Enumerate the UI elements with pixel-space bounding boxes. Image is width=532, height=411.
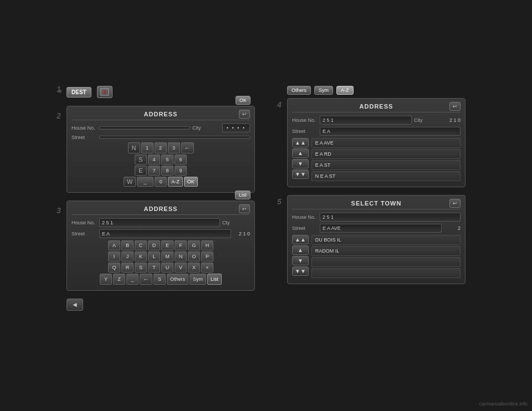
list-item[interactable]: N E A ST [311, 171, 461, 181]
key-9[interactable]: 9 [175, 166, 187, 176]
step4-house-row: House No. 2 5 1 City 2 1 0 [292, 116, 461, 125]
key-sp2[interactable]: _ [126, 274, 139, 285]
step5-scroll-up[interactable]: ▲ [292, 245, 309, 255]
step2-street-value [99, 136, 250, 139]
key-M[interactable]: M [161, 251, 173, 261]
step5-scroll-down-bottom[interactable]: ▼▼ [292, 266, 309, 276]
step5-number: 5 [277, 197, 282, 206]
key-3[interactable]: 3 [168, 142, 180, 153]
key-I[interactable]: I [108, 251, 120, 261]
step4-house-value: 2 5 1 [320, 116, 412, 125]
back-arrow-button[interactable]: ◄ [66, 299, 83, 311]
step4-scroll-up-top[interactable]: ▲▲ [292, 138, 309, 147]
key-P[interactable]: P [201, 251, 213, 261]
step5-list-area: ▲▲ ▲ ▼ ▼▼ DU BOIS IL RADOM IL [292, 235, 461, 279]
list-item[interactable]: E A RD [311, 149, 461, 159]
list-item[interactable]: E A AVE [311, 138, 461, 148]
step4-panel-title: ADDRESS [292, 103, 461, 112]
sym-button[interactable]: Sym [314, 86, 333, 95]
key-W[interactable]: W [124, 177, 136, 187]
key-T[interactable]: T [148, 263, 160, 273]
key-Z[interactable]: Z [113, 274, 125, 285]
key-4[interactable]: 4 [148, 155, 160, 165]
key-E-alpha[interactable]: E [161, 240, 173, 250]
key-G[interactable]: G [188, 240, 200, 250]
list-item[interactable]: E A ST [311, 160, 461, 170]
key-bs2[interactable]: ← [140, 274, 152, 285]
key-V[interactable]: V [175, 263, 187, 273]
key-K[interactable]: K [135, 251, 147, 261]
step4-back-btn[interactable]: ↩ [449, 102, 461, 111]
key-O[interactable]: O [188, 251, 200, 261]
key-H[interactable]: H [201, 240, 213, 250]
step5-panel: SELECT TOWN ↩ House No. 2 5 1 Street E A… [287, 195, 466, 284]
key-E[interactable]: E [135, 166, 147, 176]
step5-back-btn[interactable]: ↩ [449, 199, 461, 208]
step2-panel: ADDRESS ↩ House No. City • • • • Street … [66, 106, 255, 193]
step4-scroll-down-bottom[interactable]: ▼▼ [292, 169, 309, 179]
key-X2[interactable]: × [201, 263, 213, 273]
step2-back-btn[interactable]: ↩ [239, 110, 250, 119]
key-A[interactable]: A [108, 240, 120, 250]
key-Q[interactable]: Q [108, 263, 120, 273]
step3-house-row: House No. 2 5 1 Cty [71, 218, 250, 227]
key-N[interactable]: N [128, 142, 140, 153]
left-column: 1 DEST 2 OK ADDRESS ↩ [66, 86, 255, 311]
key-sym3[interactable]: Sym [190, 274, 206, 285]
step2-key-row-1: N 1 2 3 ← [71, 142, 250, 153]
step5-house-label: House No. [292, 214, 320, 220]
key-S3[interactable]: S [154, 274, 166, 285]
list-item-radom[interactable]: RADOM IL [311, 246, 461, 256]
step2-key-row-3: E 7 8 9 [71, 166, 250, 176]
key-7[interactable]: 7 [148, 166, 160, 176]
az-button[interactable]: A-Z [336, 86, 354, 95]
map-svg [100, 88, 109, 96]
key-X[interactable]: X [188, 263, 200, 273]
key-2[interactable]: 2 [155, 142, 167, 153]
others-button[interactable]: Others [287, 86, 311, 95]
list-item-dubois[interactable]: DU BOIS IL [311, 235, 461, 245]
step4-street-label: Street [292, 129, 320, 134]
step5-scroll-up-top[interactable]: ▲▲ [292, 235, 309, 244]
key-8[interactable]: 8 [161, 166, 173, 176]
key-6[interactable]: 6 [175, 155, 187, 165]
key-others3[interactable]: Others [167, 274, 188, 285]
step2-number: 2 [57, 111, 61, 120]
key-C[interactable]: C [135, 240, 147, 250]
key-backspace[interactable]: ← [181, 142, 194, 153]
step4-nav-col: ▲▲ ▲ ▼ ▼▼ [292, 138, 309, 182]
key-D[interactable]: D [148, 240, 160, 250]
key-N-alpha[interactable]: N [175, 251, 187, 261]
key-Y[interactable]: Y [100, 274, 112, 285]
svg-rect-0 [101, 89, 109, 95]
step4-scroll-up[interactable]: ▲ [292, 148, 309, 158]
key-F[interactable]: F [175, 240, 187, 250]
key-S-alpha[interactable]: S [135, 263, 147, 273]
dest-button[interactable]: DEST [66, 87, 91, 97]
key-ok[interactable]: OK [184, 177, 198, 187]
key-5[interactable]: 5 [161, 155, 173, 165]
step5-scroll-down[interactable]: ▼ [292, 256, 309, 265]
key-S[interactable]: S [135, 155, 147, 165]
key-az[interactable]: A-Z [168, 177, 183, 187]
key-1[interactable]: 1 [141, 142, 154, 153]
key-J[interactable]: J [121, 251, 134, 261]
step4-top-buttons: Others Sym A-Z [287, 86, 466, 95]
step4-scroll-down[interactable]: ▼ [292, 159, 309, 168]
watermark: carmanualsonline.info [479, 401, 528, 407]
list-item-empty1[interactable] [311, 257, 461, 267]
key-list3[interactable]: List [207, 274, 222, 285]
ok-button-step2[interactable]: OK [236, 96, 250, 105]
key-B[interactable]: B [121, 240, 134, 250]
key-space[interactable]: _ [137, 177, 154, 187]
key-0[interactable]: 0 [155, 177, 167, 187]
list-item-empty2[interactable] [311, 268, 461, 278]
key-L[interactable]: L [148, 251, 160, 261]
list-button-step3[interactable]: List [235, 191, 250, 199]
step3-back-btn[interactable]: ↩ [239, 204, 250, 213]
map-icon[interactable] [97, 86, 112, 98]
key-R[interactable]: R [121, 263, 134, 273]
key-U[interactable]: U [161, 263, 173, 273]
step2-street-row: Street [71, 135, 250, 140]
step5-list-content: DU BOIS IL RADOM IL [311, 235, 461, 279]
